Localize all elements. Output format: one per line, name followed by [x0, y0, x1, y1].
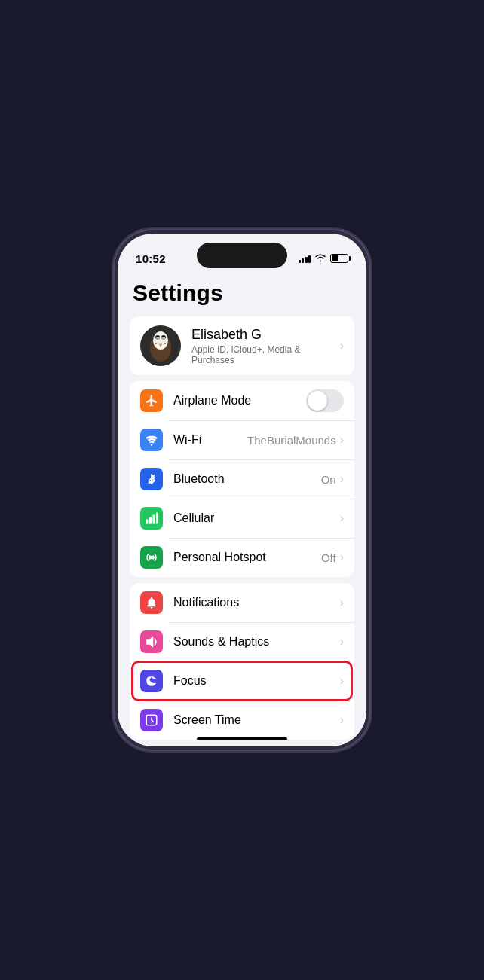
- phone-screen: 10:52: [118, 234, 366, 746]
- screen-time-icon: [140, 709, 163, 731]
- focus-chevron-icon: ›: [340, 674, 344, 688]
- notifications-label: Notifications: [173, 596, 340, 609]
- avatar: [140, 325, 181, 366]
- cellular-chevron-icon: ›: [340, 511, 344, 525]
- airplane-mode-icon: [140, 389, 163, 412]
- sounds-label: Sounds & Haptics: [173, 635, 340, 649]
- focus-row[interactable]: Focus ›: [130, 661, 354, 701]
- wifi-chevron-icon: ›: [340, 433, 344, 447]
- svg-rect-10: [146, 520, 149, 524]
- airplane-mode-toggle[interactable]: [306, 389, 344, 412]
- airplane-mode-label: Airplane Mode: [173, 394, 306, 408]
- wifi-icon: [140, 429, 163, 451]
- hotspot-row[interactable]: Personal Hotspot Off ›: [130, 538, 354, 577]
- cellular-row[interactable]: Cellular ›: [130, 499, 354, 538]
- wifi-label: Wi-Fi: [173, 433, 247, 447]
- scroll-content[interactable]: Settings: [118, 273, 366, 746]
- bluetooth-icon: [140, 468, 163, 490]
- svg-rect-12: [153, 515, 155, 524]
- screen-time-chevron-icon: ›: [340, 713, 344, 727]
- svg-marker-15: [146, 637, 153, 648]
- page-title: Settings: [118, 273, 366, 316]
- focus-icon: [140, 670, 163, 692]
- screen-time-label: Screen Time: [173, 713, 340, 727]
- hotspot-value: Off: [321, 551, 336, 564]
- notifications-chevron-icon: ›: [340, 596, 344, 609]
- cellular-label: Cellular: [173, 511, 340, 525]
- focus-row-wrapper: Focus ›: [130, 661, 354, 701]
- wifi-value: TheBurialMounds: [247, 434, 336, 447]
- general-card: General › Control Center: [130, 746, 354, 746]
- profile-info: Elisabeth G Apple ID, iCloud+, Media & P…: [191, 327, 340, 365]
- phone-shell: 10:52: [113, 229, 371, 751]
- focus-label: Focus: [173, 674, 340, 688]
- bluetooth-chevron-icon: ›: [340, 472, 344, 486]
- general-row[interactable]: General ›: [130, 746, 354, 746]
- bluetooth-row[interactable]: Bluetooth On ›: [130, 459, 354, 499]
- notifications-icon: [140, 591, 163, 614]
- notifications-card: Notifications › Sounds & Haptics ›: [130, 583, 354, 740]
- svg-point-9: [151, 444, 152, 446]
- svg-rect-13: [156, 513, 158, 524]
- sounds-chevron-icon: ›: [340, 635, 344, 649]
- dynamic-island: [197, 243, 287, 268]
- notifications-row[interactable]: Notifications ›: [130, 583, 354, 622]
- profile-name: Elisabeth G: [191, 327, 340, 343]
- battery-icon: [330, 254, 348, 263]
- bluetooth-value: On: [321, 473, 336, 486]
- hotspot-label: Personal Hotspot: [173, 551, 321, 564]
- wifi-status-icon: [314, 253, 326, 264]
- profile-row[interactable]: Elisabeth G Apple ID, iCloud+, Media & P…: [130, 316, 354, 375]
- status-time: 10:52: [136, 252, 166, 265]
- profile-card[interactable]: Elisabeth G Apple ID, iCloud+, Media & P…: [130, 316, 354, 375]
- sounds-icon: [140, 630, 163, 653]
- sounds-row[interactable]: Sounds & Haptics ›: [130, 622, 354, 661]
- svg-rect-11: [149, 517, 152, 524]
- screen-time-row[interactable]: Screen Time ›: [130, 701, 354, 740]
- signal-bars-icon: [299, 254, 311, 263]
- airplane-mode-row[interactable]: Airplane Mode: [130, 381, 354, 420]
- home-indicator[interactable]: [197, 737, 287, 740]
- hotspot-chevron-icon: ›: [340, 551, 344, 564]
- status-icons: [299, 253, 349, 264]
- hotspot-icon: [140, 546, 163, 569]
- profile-chevron-icon: ›: [340, 339, 344, 353]
- profile-subtitle: Apple ID, iCloud+, Media & Purchases: [191, 344, 340, 365]
- svg-point-8: [154, 337, 167, 344]
- bluetooth-label: Bluetooth: [173, 472, 321, 486]
- connectivity-card: Airplane Mode Wi-Fi: [130, 381, 354, 577]
- wifi-row[interactable]: Wi-Fi TheBurialMounds ›: [130, 420, 354, 459]
- cellular-icon: [140, 507, 163, 530]
